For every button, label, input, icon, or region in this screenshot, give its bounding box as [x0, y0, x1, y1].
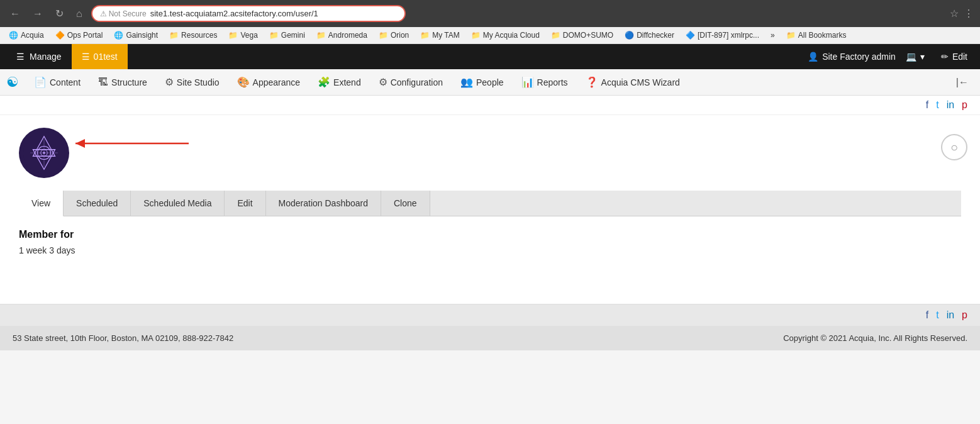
- twitter-link-top[interactable]: t: [936, 99, 938, 111]
- bookmark-orion[interactable]: 📁 Orion: [375, 30, 413, 41]
- tab-edit[interactable]: Edit: [225, 191, 265, 216]
- structure-icon: 🏗: [98, 77, 108, 88]
- nav-appearance[interactable]: 🎨 Appearance: [228, 70, 309, 94]
- domo-icon: 📁: [551, 31, 560, 40]
- tab-view[interactable]: View: [19, 191, 64, 216]
- page-footer: 53 State street, 10th Floor, Boston, MA …: [0, 326, 980, 350]
- bookmark-dit897[interactable]: 🔷 [DIT-897] xmlrpc...: [682, 30, 763, 41]
- nav-acquia-wizard[interactable]: ❓ Acquia CMS Wizard: [577, 70, 689, 94]
- tab-moderation-dashboard[interactable]: Moderation Dashboard: [266, 191, 381, 216]
- extend-icon: 🧩: [318, 76, 330, 88]
- gemini-icon: 📁: [269, 31, 279, 40]
- avatar: [19, 128, 69, 178]
- twitter-link-bottom[interactable]: t: [936, 310, 938, 321]
- bookmark-resources[interactable]: 📁 Resources: [165, 30, 221, 41]
- tab-clone[interactable]: Clone: [381, 191, 430, 216]
- pinterest-link-bottom[interactable]: p: [962, 310, 967, 321]
- address-bar[interactable]: ⚠ Not Secure site1.test-acquiatam2.acsit…: [91, 5, 406, 22]
- tab-scheduled[interactable]: Scheduled: [64, 191, 131, 216]
- svg-marker-9: [75, 139, 85, 148]
- bookmark-gemini[interactable]: 📁 Gemini: [265, 30, 309, 41]
- dit897-icon: 🔷: [686, 31, 695, 40]
- device-icon: 💻: [906, 52, 916, 62]
- pinterest-link-top[interactable]: p: [962, 99, 967, 111]
- site-studio-icon: ⚙: [165, 76, 174, 88]
- manage-button[interactable]: ☰ Manage: [6, 47, 72, 67]
- menu-button[interactable]: ⋮: [964, 8, 974, 20]
- bookmark-diffchecker[interactable]: 🔵 Diffchecker: [621, 30, 678, 41]
- user-tabs: View Scheduled Scheduled Media Edit Mode…: [19, 191, 961, 216]
- footer-copyright: Copyright © 2021 Acquia, Inc. All Rights…: [783, 333, 967, 343]
- home-button[interactable]: ⌂: [72, 7, 86, 21]
- bookmark-acquia[interactable]: 🌐 Acquia: [5, 30, 48, 41]
- wizard-icon: ❓: [586, 76, 598, 88]
- edit-icon: ✏: [941, 52, 949, 62]
- diffchecker-icon: 🔵: [625, 31, 634, 40]
- configuration-icon: ⚙: [379, 76, 387, 88]
- bookmark-gainsight[interactable]: 🌐 Gainsight: [110, 30, 162, 41]
- search-icon: ○: [950, 140, 958, 155]
- back-button[interactable]: ←: [6, 7, 24, 21]
- nav-extend[interactable]: 🧩 Extend: [309, 70, 370, 94]
- nav-right: |←: [951, 72, 974, 93]
- nav-configuration[interactable]: ⚙ Configuration: [370, 70, 452, 94]
- member-info: Member for 1 week 3 days: [0, 216, 980, 281]
- reports-icon: 📊: [521, 76, 534, 88]
- nav-site-studio[interactable]: ⚙ Site Studio: [156, 70, 228, 94]
- nav-people[interactable]: 👥 People: [452, 70, 513, 94]
- bookmark-all[interactable]: 📁 All Bookmarks: [782, 30, 850, 41]
- gainsight-icon: 🌐: [114, 31, 123, 40]
- bookmark-domo[interactable]: 📁 DOMO+SUMO: [547, 30, 617, 41]
- acquia-icon: 🌐: [9, 31, 18, 40]
- url-text: site1.test-acquiatam2.acsitefactory.com/…: [150, 9, 318, 18]
- bookmark-acquia-cloud[interactable]: 📁 My Acquia Cloud: [467, 30, 543, 41]
- footer-address: 53 State street, 10th Floor, Boston, MA …: [13, 333, 233, 343]
- nav-reports[interactable]: 📊 Reports: [513, 70, 577, 94]
- orion-icon: 📁: [379, 31, 388, 40]
- forward-button[interactable]: →: [29, 7, 47, 21]
- drupal-logo[interactable]: ☯: [6, 74, 19, 91]
- vega-icon: 📁: [228, 31, 238, 40]
- profile-header: ○: [0, 115, 980, 191]
- footer-social: f t in p: [0, 304, 980, 326]
- edit-button[interactable]: ✏ Edit: [935, 52, 974, 62]
- ops-portal-icon: 🔶: [55, 31, 65, 40]
- user-icon: 👤: [808, 52, 818, 62]
- device-selector[interactable]: 💻 ▾: [906, 52, 925, 62]
- tab-scheduled-media[interactable]: Scheduled Media: [131, 191, 225, 216]
- andromeda-icon: 📁: [316, 31, 326, 40]
- nav-content[interactable]: 📄 Content: [25, 70, 89, 94]
- bookmark-andromeda[interactable]: 📁 Andromeda: [313, 30, 371, 41]
- mytam-icon: 📁: [420, 31, 430, 40]
- resources-icon: 📁: [169, 31, 179, 40]
- appearance-icon: 🎨: [237, 76, 250, 88]
- browser-actions: ☆ ⋮: [950, 8, 974, 20]
- nav-structure[interactable]: 🏗 Structure: [89, 70, 156, 94]
- facebook-link-top[interactable]: f: [926, 99, 928, 111]
- admin-right: 👤 Site Factory admin 💻 ▾ ✏ Edit: [808, 52, 974, 62]
- hamburger-icon: ☰: [16, 52, 25, 62]
- admin-user[interactable]: 👤 Site Factory admin: [808, 52, 896, 62]
- bookmark-mytam[interactable]: 📁 My TAM: [416, 30, 464, 41]
- browser-chrome: ← → ↻ ⌂ ⚠ Not Secure site1.test-acquiata…: [0, 0, 980, 27]
- search-button[interactable]: ○: [941, 134, 967, 160]
- bookmark-ops-portal[interactable]: 🔶 Ops Portal: [52, 30, 107, 41]
- nav-collapse-button[interactable]: |←: [951, 72, 974, 93]
- bookmark-button[interactable]: ☆: [950, 8, 959, 20]
- people-icon: 👥: [460, 76, 473, 88]
- annotation-arrow: [69, 128, 195, 165]
- linkedin-link-bottom[interactable]: in: [947, 310, 954, 321]
- facebook-link-bottom[interactable]: f: [926, 310, 928, 321]
- content-icon: 📄: [34, 76, 47, 88]
- admin-toolbar: ☰ Manage ☰ 01test 👤 Site Factory admin 💻…: [0, 44, 980, 69]
- bookmark-more[interactable]: »: [767, 30, 779, 41]
- all-bookmarks-icon: 📁: [786, 31, 796, 40]
- social-bar-top: f t in p: [0, 96, 980, 115]
- site-tab[interactable]: ☰ 01test: [72, 44, 128, 69]
- bookmark-vega[interactable]: 📁 Vega: [225, 30, 261, 41]
- bookmarks-bar: 🌐 Acquia 🔶 Ops Portal 🌐 Gainsight 📁 Reso…: [0, 27, 980, 44]
- refresh-button[interactable]: ↻: [52, 6, 67, 21]
- security-indicator: ⚠ Not Secure: [100, 9, 147, 18]
- linkedin-link-top[interactable]: in: [947, 99, 954, 111]
- list-icon: ☰: [82, 52, 90, 62]
